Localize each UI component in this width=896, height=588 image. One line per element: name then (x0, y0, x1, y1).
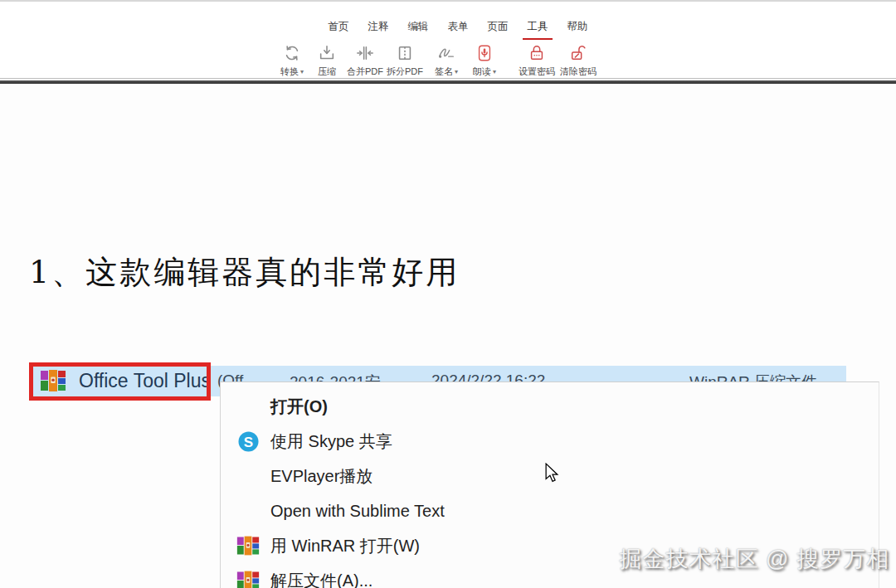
menu-item-label: 打开(O) (270, 396, 328, 418)
chevron-down-icon: ▾ (493, 68, 496, 75)
compress-icon (312, 43, 342, 62)
tab-edit[interactable]: 编辑 (406, 20, 431, 34)
menu-item-share-skype[interactable]: S 使用 Skype 共享 (221, 424, 879, 459)
tool-label: 压缩 (312, 66, 342, 78)
chevron-down-icon: ▾ (300, 68, 304, 75)
menu-item-label: 用 WinRAR 打开(W) (270, 535, 420, 557)
ribbon-header: 首页 注释 编辑 表单 页面 工具 帮助 转换▾ 压缩 (0, 0, 896, 83)
read-aloud-button[interactable]: 朗读▾ (466, 43, 503, 78)
split-pdf-button[interactable]: 拆分PDF (383, 43, 426, 78)
header-separator-dark (0, 80, 896, 84)
signature-icon (428, 43, 465, 62)
watermark-text: 掘金技术社区 @ 搜罗万相 (620, 544, 889, 574)
read-aloud-icon (466, 43, 503, 62)
tab-tools[interactable]: 工具 (525, 20, 550, 34)
tab-home[interactable]: 首页 (326, 20, 351, 34)
tool-label: 转换▾ (274, 66, 310, 78)
tab-page[interactable]: 页面 (485, 20, 510, 34)
convert-button[interactable]: 转换▾ (274, 43, 310, 78)
menu-item-label: 使用 Skype 共享 (270, 430, 392, 453)
svg-text:S: S (243, 434, 252, 450)
menu-item-sublime-text[interactable]: Open with Sublime Text (221, 493, 879, 528)
compress-button[interactable]: 压缩 (312, 43, 342, 78)
tab-help[interactable]: 帮助 (565, 20, 590, 34)
clear-password-icon (556, 43, 601, 62)
tool-label: 清除密码 (556, 66, 601, 78)
convert-icon (274, 43, 310, 62)
merge-pdf-icon (343, 43, 387, 62)
tool-label: 拆分PDF (383, 66, 426, 78)
menu-item-label: EVPlayer播放 (270, 465, 373, 488)
tab-comment[interactable]: 注释 (366, 20, 391, 34)
header-separator-light (0, 78, 896, 79)
tool-label: 设置密码 (514, 66, 559, 78)
menu-item-open[interactable]: 打开(O) (221, 389, 879, 424)
tool-label: 合并PDF (343, 66, 387, 78)
page-title: 1、这款编辑器真的非常好用 (29, 251, 460, 294)
app-window: 首页 注释 编辑 表单 页面 工具 帮助 转换▾ 压缩 (0, 0, 896, 588)
merge-pdf-button[interactable]: 合并PDF (343, 43, 387, 78)
chevron-down-icon: ▾ (455, 68, 458, 75)
mouse-cursor-icon (543, 463, 560, 486)
set-password-icon (514, 43, 559, 62)
set-password-button[interactable]: 设置密码 (514, 43, 559, 78)
red-highlight-box (29, 362, 211, 401)
tab-form[interactable]: 表单 (446, 20, 470, 34)
menu-item-label: Open with Sublime Text (270, 502, 445, 521)
split-pdf-icon (383, 43, 426, 62)
skype-icon: S (236, 430, 261, 453)
tool-label: 签名▾ (428, 66, 465, 78)
menu-item-label: 解压文件(A)... (270, 570, 373, 588)
tool-label: 朗读▾ (466, 66, 503, 78)
clear-password-button[interactable]: 清除密码 (556, 43, 601, 78)
winrar-icon (236, 535, 261, 556)
signature-button[interactable]: 签名▾ (428, 43, 465, 78)
winrar-icon (236, 570, 261, 588)
